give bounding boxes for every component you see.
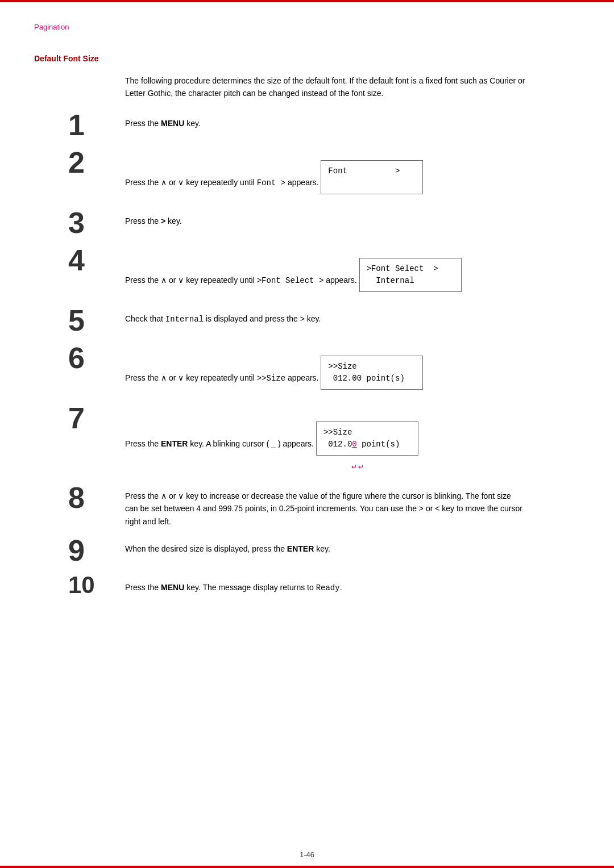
right-arrow-icon: ↵ bbox=[358, 462, 364, 473]
step-2-content: Press the ∧ or ∨ key repeatedly until Fo… bbox=[125, 151, 523, 200]
step-8-number: 8 bbox=[68, 483, 125, 512]
step-10-bold: MENU bbox=[161, 583, 184, 592]
step-9-content: When the desired size is displayed, pres… bbox=[125, 539, 523, 555]
step-7-content: Press the ENTER key. A blinking cursor (… bbox=[125, 407, 523, 475]
page-footer: 1-46 bbox=[0, 850, 614, 859]
left-arrow-icon: ↵ bbox=[351, 462, 357, 473]
step-8-content: Press the ∧ or ∨ key to increase or decr… bbox=[125, 486, 523, 528]
step-6-display: >>Size 012.00 point(s) bbox=[321, 356, 423, 390]
step-6-number: 6 bbox=[68, 343, 125, 373]
step-3-bold: > bbox=[161, 216, 165, 226]
step-8-row: 8 Press the ∧ or ∨ key to increase or de… bbox=[68, 486, 580, 528]
cursor-char: 0 bbox=[352, 440, 356, 449]
step-1-row: 1 Press the MENU key. bbox=[68, 114, 580, 140]
step-3-row: 3 Press the > key. bbox=[68, 211, 580, 237]
step-6-code: >>Size bbox=[257, 374, 285, 383]
step-7-number: 7 bbox=[68, 403, 125, 433]
step-2-display: Font > bbox=[321, 160, 423, 194]
step-9-number: 9 bbox=[68, 536, 125, 565]
step-10-code: Ready bbox=[316, 583, 340, 592]
step-5-code: Internal bbox=[165, 315, 204, 324]
step-10-number: 10 bbox=[68, 573, 125, 597]
step-2-number: 2 bbox=[68, 148, 125, 177]
step-2-code: Font > bbox=[257, 178, 285, 187]
step-9-row: 9 When the desired size is displayed, pr… bbox=[68, 539, 580, 565]
step-7-display-line1: >>Size bbox=[323, 427, 411, 439]
step-5-content: Check that Internal is displayed and pre… bbox=[125, 309, 523, 326]
step-6-display-line2: 012.00 point(s) bbox=[328, 373, 416, 385]
step-1-bold: MENU bbox=[161, 119, 184, 128]
content-area: Pagination Default Font Size The followi… bbox=[0, 0, 614, 642]
step-2-row: 2 Press the ∧ or ∨ key repeatedly until … bbox=[68, 151, 580, 200]
step-7-display-line2: 012.00 point(s) bbox=[323, 439, 411, 450]
bottom-border bbox=[0, 866, 614, 868]
step-1-content: Press the MENU key. bbox=[125, 114, 523, 130]
step-6-row: 6 Press the ∧ or ∨ key repeatedly until … bbox=[68, 347, 580, 395]
intro-text: The following procedure determines the s… bbox=[125, 74, 534, 100]
step-2-display-line1: Font > bbox=[328, 165, 416, 177]
step-6-display-line1: >>Size bbox=[328, 361, 416, 373]
section-heading: Default Font Size bbox=[34, 54, 580, 63]
step-4-code: >Font Select > bbox=[257, 276, 324, 285]
step-7-bold: ENTER bbox=[161, 439, 188, 448]
step-4-display-line2: Internal bbox=[367, 275, 454, 287]
step-2-display-line2 bbox=[328, 177, 416, 189]
step-6-content: Press the ∧ or ∨ key repeatedly until >>… bbox=[125, 347, 523, 395]
step-4-number: 4 bbox=[68, 245, 125, 275]
step-4-display-line1: >Font Select > bbox=[367, 263, 454, 275]
step-10-content: Press the MENU key. The message display … bbox=[125, 577, 523, 594]
step-10-row: 10 Press the MENU key. The message displ… bbox=[68, 577, 580, 597]
step-4-display: >Font Select > Internal bbox=[359, 258, 462, 292]
step-9-bold: ENTER bbox=[287, 544, 314, 553]
step-5-row: 5 Check that Internal is displayed and p… bbox=[68, 309, 580, 335]
step-3-content: Press the > key. bbox=[125, 211, 523, 227]
step-4-row: 4 Press the ∧ or ∨ key repeatedly until … bbox=[68, 249, 580, 298]
step-4-content: Press the ∧ or ∨ key repeatedly until >F… bbox=[125, 249, 523, 298]
step-5-number: 5 bbox=[68, 306, 125, 335]
step-3-number: 3 bbox=[68, 208, 125, 237]
step-7-row: 7 Press the ENTER key. A blinking cursor… bbox=[68, 407, 580, 475]
top-border bbox=[0, 0, 614, 2]
page-container: Pagination Default Font Size The followi… bbox=[0, 0, 614, 868]
step-1-number: 1 bbox=[68, 110, 125, 140]
breadcrumb: Pagination bbox=[34, 23, 580, 31]
step-7-display: >>Size 012.00 point(s) bbox=[316, 422, 418, 456]
cursor-arrows: ↵ ↵ bbox=[351, 462, 364, 473]
